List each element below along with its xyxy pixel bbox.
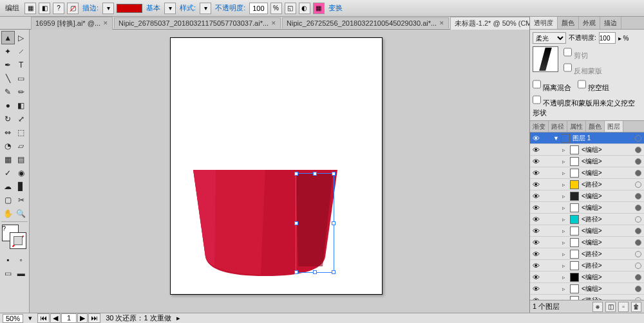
- target-icon[interactable]: [635, 158, 641, 165]
- layer-row[interactable]: 👁▹<编组>: [530, 283, 644, 295]
- layer-row[interactable]: 👁▹<编组>: [530, 190, 644, 202]
- layer-row[interactable]: 👁▹<路径>: [530, 214, 644, 225]
- gradient-mode[interactable]: ▫: [15, 253, 28, 266]
- visibility-icon[interactable]: 👁: [531, 158, 540, 165]
- layer-row[interactable]: 👁▹<路径>: [530, 295, 644, 300]
- target-icon[interactable]: [635, 228, 641, 234]
- graph-tool[interactable]: ▊: [15, 180, 28, 193]
- layer-row[interactable]: 👁▹<编组>: [530, 144, 644, 156]
- blend-mode-select[interactable]: 柔光: [533, 32, 566, 44]
- basic-link[interactable]: 基本: [145, 3, 162, 13]
- target-icon[interactable]: [635, 170, 641, 176]
- last-page-btn[interactable]: ⏭: [88, 313, 100, 323]
- visibility-icon[interactable]: 👁: [531, 216, 540, 223]
- brush-tool[interactable]: ✎: [1, 85, 15, 98]
- zoom-field[interactable]: 50%: [3, 314, 23, 323]
- align-btn[interactable]: ▦: [24, 3, 36, 14]
- layer-row[interactable]: 👁▹<编组>: [530, 156, 644, 167]
- tab-color[interactable]: 颜色: [558, 17, 579, 29]
- misc-btn1[interactable]: ◱: [285, 3, 296, 14]
- layers-panel[interactable]: 👁▼图层 1👁▹<编组>👁▹<编组>👁▹<编组>👁▹<路径>👁▹<编组>👁▹<编…: [530, 133, 644, 300]
- next-page-btn[interactable]: ▶: [77, 313, 88, 323]
- expand-icon[interactable]: ▹: [562, 286, 569, 292]
- expand-icon[interactable]: ▹: [562, 263, 569, 269]
- tab-gradient[interactable]: 渐变: [530, 121, 549, 132]
- tab-appearance[interactable]: 外观: [579, 17, 600, 29]
- rect-tool[interactable]: ▭: [15, 71, 28, 85]
- visibility-icon[interactable]: 👁: [531, 227, 540, 235]
- tab-transparency[interactable]: 透明度: [530, 17, 558, 29]
- stroke-swatch[interactable]: [10, 232, 26, 249]
- visibility-icon[interactable]: 👁: [531, 285, 540, 293]
- shape-builder-tool[interactable]: ◔: [1, 139, 15, 152]
- basic-dd[interactable]: ▾: [164, 3, 176, 14]
- zoom-tool[interactable]: 🔍: [15, 207, 28, 220]
- tab-color2[interactable]: 颜色: [586, 121, 605, 132]
- transform-link[interactable]: 变换: [327, 3, 344, 13]
- expand-icon[interactable]: ▹: [562, 216, 569, 223]
- page-field[interactable]: 1: [61, 313, 77, 323]
- style-link[interactable]: 样式:: [178, 3, 197, 13]
- close-icon[interactable]: ✕: [103, 20, 108, 26]
- stroke-swatch[interactable]: [117, 4, 142, 13]
- opacity-link[interactable]: 不透明度:: [214, 3, 247, 13]
- expand-icon[interactable]: ▹: [562, 205, 569, 211]
- layer-row[interactable]: 👁▹<编组>: [530, 167, 644, 179]
- expand-icon[interactable]: ▹: [562, 158, 569, 165]
- direct-select-tool[interactable]: ▷: [15, 31, 28, 44]
- target-icon[interactable]: [635, 274, 641, 281]
- visibility-icon[interactable]: 👁: [531, 204, 540, 212]
- layer-row[interactable]: 👁▹<编组>: [530, 225, 644, 237]
- hand-tool[interactable]: ✋: [1, 207, 15, 220]
- visibility-icon[interactable]: 👁: [531, 262, 540, 270]
- selection-tool[interactable]: ▲: [1, 31, 15, 44]
- doc-tab-0[interactable]: 16959 [转换].ai* @...✕: [31, 17, 113, 30]
- help-btn[interactable]: ?: [53, 3, 64, 14]
- opacity-thumb[interactable]: [533, 46, 558, 72]
- layer-row[interactable]: 👁▹<路径>: [530, 179, 644, 190]
- selection-box[interactable]: [296, 173, 334, 273]
- expand-icon[interactable]: ▼: [553, 135, 560, 142]
- knockout-check[interactable]: 挖空组: [578, 78, 609, 93]
- expand-icon[interactable]: ▹: [562, 274, 569, 281]
- delete-layer-btn[interactable]: 🗑: [631, 302, 641, 312]
- tab-attr[interactable]: 属性: [567, 121, 586, 132]
- stroke-weight[interactable]: ▾: [102, 3, 114, 14]
- gradient-tool[interactable]: ▤: [15, 152, 28, 166]
- slice-tool[interactable]: ✂: [15, 193, 28, 207]
- pencil-tool[interactable]: ✏: [15, 85, 28, 98]
- magic-wand-tool[interactable]: ✦: [1, 44, 15, 58]
- layer-row[interactable]: 👁▹<编组>: [530, 202, 644, 214]
- tab-layers[interactable]: 图层: [605, 121, 623, 132]
- fill-stroke-swatches[interactable]: ?: [2, 225, 28, 250]
- screen-mode[interactable]: ▭: [1, 266, 15, 280]
- align-btn2[interactable]: ◧: [39, 3, 50, 14]
- misc-btn2[interactable]: ◐: [299, 3, 310, 14]
- expand-icon[interactable]: ▹: [562, 170, 569, 176]
- target-icon[interactable]: [635, 216, 641, 223]
- expand-icon[interactable]: ▹: [562, 239, 569, 246]
- symbol-tool[interactable]: ☁: [1, 180, 15, 193]
- expand-icon[interactable]: ▹: [562, 193, 569, 199]
- new-layer-btn[interactable]: ▫: [618, 302, 629, 312]
- eyedropper-tool[interactable]: ✓: [1, 166, 15, 180]
- layer-row[interactable]: 👁▼图层 1: [530, 133, 644, 144]
- stroke-link[interactable]: 描边:: [81, 3, 100, 13]
- define-check[interactable]: 不透明度和蒙版用来定义挖空形状: [533, 99, 635, 116]
- visibility-icon[interactable]: 👁: [531, 192, 540, 200]
- close-icon[interactable]: ✕: [439, 20, 444, 26]
- visibility-icon[interactable]: 👁: [531, 169, 540, 177]
- isolate-check[interactable]: 隔离混合: [533, 78, 571, 93]
- locate-btn[interactable]: ⎈: [592, 302, 603, 312]
- artboard-tool[interactable]: ▢: [1, 193, 15, 207]
- target-icon[interactable]: [635, 263, 641, 269]
- target-icon[interactable]: [635, 286, 641, 292]
- target-icon[interactable]: [635, 251, 641, 257]
- blend-tool[interactable]: ◉: [15, 166, 28, 180]
- clip-check[interactable]: 剪切: [564, 46, 602, 60]
- prev-page-btn[interactable]: ◀: [50, 313, 61, 323]
- layer-row[interactable]: 👁▹<编组>: [530, 272, 644, 283]
- width-tool[interactable]: ⇔: [1, 125, 15, 139]
- scale-tool[interactable]: ⤢: [15, 112, 28, 125]
- canvas[interactable]: [30, 30, 529, 313]
